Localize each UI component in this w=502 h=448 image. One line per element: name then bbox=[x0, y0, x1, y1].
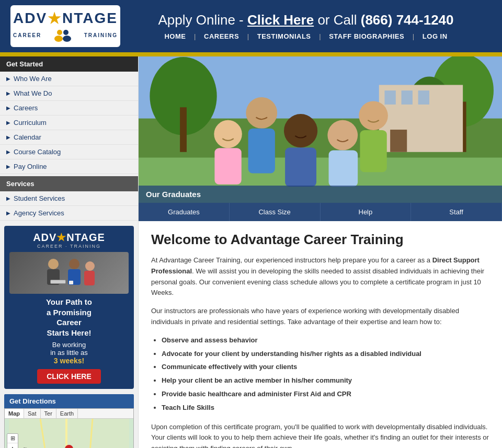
svg-rect-11 bbox=[51, 280, 65, 283]
list-item: Provide basic healthcare and administer … bbox=[162, 389, 489, 400]
nav-careers[interactable]: CAREERS bbox=[204, 32, 239, 40]
apply-link[interactable]: Click Here bbox=[247, 12, 314, 28]
svg-point-0 bbox=[57, 30, 62, 35]
intro-paragraph-2: Our instructors are professionals who ha… bbox=[151, 306, 489, 328]
list-item: Teach Life Skills bbox=[162, 403, 489, 413]
sidebar-item-curriculum[interactable]: ▶ Curriculum bbox=[0, 116, 138, 130]
map-tab-earth[interactable]: Earth bbox=[56, 409, 78, 418]
main-content: Our Graduates Graduates Class Size Help … bbox=[139, 56, 502, 448]
map-tab-map[interactable]: Map bbox=[5, 409, 24, 418]
hero-overlay: Our Graduates bbox=[139, 186, 502, 203]
directions-box: Get Directions Map Sat Ter Earth ⊞ ▲ ◀ ▶ bbox=[4, 394, 134, 448]
sidebar-item-pay-online[interactable]: ▶ Pay Online bbox=[0, 159, 138, 174]
map-svg: May St Peter Foley Little League Field B… bbox=[5, 419, 133, 448]
arrow-icon: ▶ bbox=[6, 76, 10, 82]
header: ADV★NTAGE CAREER TRAINING Apply Online -… bbox=[0, 0, 502, 52]
arrow-icon: ▶ bbox=[6, 149, 10, 155]
svg-rect-51 bbox=[329, 151, 358, 187]
svg-rect-40 bbox=[390, 130, 407, 152]
nav-home[interactable]: HOME bbox=[164, 32, 186, 40]
svg-rect-45 bbox=[360, 130, 386, 172]
list-item: Communicate effectively with your client… bbox=[162, 362, 489, 373]
arrow-icon: ▶ bbox=[6, 210, 10, 216]
svg-rect-13 bbox=[9, 419, 129, 448]
svg-point-50 bbox=[327, 120, 358, 151]
welcome-title: Welcome to Advantage Career Training bbox=[151, 232, 489, 248]
sidebar-item-who-we-are[interactable]: ▶ Who We Are bbox=[0, 72, 138, 86]
svg-point-6 bbox=[69, 259, 79, 269]
svg-point-48 bbox=[284, 114, 317, 147]
svg-rect-12 bbox=[69, 281, 73, 284]
nav-staff[interactable]: STAFF BIOGRAPHIES bbox=[329, 32, 404, 40]
map-tab-sat[interactable]: Sat bbox=[24, 409, 41, 418]
svg-rect-38 bbox=[402, 90, 413, 105]
nav-testimonials[interactable]: TESTIMONIALS bbox=[257, 32, 311, 40]
hero-image: Our Graduates bbox=[139, 56, 502, 203]
nav-login[interactable]: LOG IN bbox=[423, 32, 448, 40]
directions-title: Get Directions bbox=[4, 394, 134, 408]
ad-box: ADV★NTAGE CAREER · TRAINING bbox=[4, 226, 134, 389]
arrow-icon: ▶ bbox=[6, 105, 10, 111]
body-content: Welcome to Advantage Career Training At … bbox=[139, 221, 502, 448]
header-right: Apply Online - Click Here or Call (866) … bbox=[120, 12, 492, 40]
sidebar-item-calendar[interactable]: ▶ Calendar bbox=[0, 130, 138, 145]
svg-point-44 bbox=[359, 101, 388, 130]
sidebar-item-careers[interactable]: ▶ Careers bbox=[0, 101, 138, 116]
tab-staff[interactable]: Staff bbox=[411, 203, 502, 221]
svg-point-2 bbox=[54, 36, 63, 42]
intro-paragraph: At Advantage Career Training, our experi… bbox=[151, 255, 489, 298]
ad-subtitle: CAREER · TRAINING bbox=[9, 244, 129, 249]
list-item: Advocate for your client by understandin… bbox=[162, 349, 489, 360]
map-tab-ter[interactable]: Ter bbox=[41, 409, 56, 418]
logo[interactable]: ADV★NTAGE CAREER TRAINING bbox=[10, 5, 120, 47]
map-zoom-box: ⊞ bbox=[7, 434, 18, 443]
svg-point-8 bbox=[85, 261, 95, 271]
svg-rect-9 bbox=[84, 271, 95, 285]
arrow-icon: ▶ bbox=[6, 164, 10, 169]
sidebar-item-what-we-do[interactable]: ▶ What We Do bbox=[0, 86, 138, 101]
main-layout: Get Started ▶ Who We Are ▶ What We Do ▶ … bbox=[0, 56, 502, 448]
nav-bar: HOME | CAREERS | TESTIMONIALS | STAFF BI… bbox=[120, 32, 492, 40]
apply-label: Apply Online - bbox=[158, 12, 247, 28]
sidebar-item-agency-services[interactable]: ▶ Agency Services bbox=[0, 206, 138, 221]
tab-class-size[interactable]: Class Size bbox=[230, 203, 321, 221]
get-started-title: Get Started bbox=[0, 56, 138, 72]
gold-bar bbox=[0, 52, 502, 56]
hero-label: Our Graduates bbox=[146, 190, 201, 199]
svg-rect-49 bbox=[285, 147, 316, 187]
svg-point-46 bbox=[214, 120, 242, 148]
list-item: Help your client be an active member in … bbox=[162, 375, 489, 386]
svg-rect-47 bbox=[214, 148, 241, 185]
sidebar: Get Started ▶ Who We Are ▶ What We Do ▶ … bbox=[0, 56, 139, 448]
map-placeholder: Map Sat Ter Earth ⊞ ▲ ◀ ▶ ▼ + bbox=[4, 408, 134, 448]
phone-number: (866) 744-1240 bbox=[361, 12, 454, 28]
sidebar-item-student-services[interactable]: ▶ Student Services bbox=[0, 191, 138, 206]
ad-weeks: 3 weeks! bbox=[54, 357, 84, 365]
ad-click-here-button[interactable]: CLICK HERE bbox=[37, 369, 101, 384]
arrow-icon: ▶ bbox=[6, 196, 10, 201]
map-navigation: ⊞ ▲ ◀ ▶ ▼ + − bbox=[7, 433, 18, 448]
tab-graduates[interactable]: Graduates bbox=[139, 203, 230, 221]
ad-logo: ADV★NTAGE bbox=[9, 231, 129, 244]
skills-list: Observe and assess behavior Advocate for… bbox=[162, 335, 489, 413]
ad-tagline: Your Path to a Promising Career Starts H… bbox=[9, 297, 129, 338]
svg-point-3 bbox=[63, 36, 71, 42]
map-pan-up[interactable]: ▲ bbox=[7, 443, 18, 448]
svg-rect-37 bbox=[384, 90, 395, 105]
sidebar-item-course-catalog[interactable]: ▶ Course Catalog bbox=[0, 145, 138, 159]
tab-help[interactable]: Help bbox=[321, 203, 412, 221]
map-tabs: Map Sat Ter Earth bbox=[5, 409, 133, 419]
svg-rect-39 bbox=[418, 90, 429, 105]
services-title: Services bbox=[0, 176, 138, 191]
ad-sub: Be working in as little as 3 weeks! bbox=[9, 341, 129, 365]
closing-paragraph: Upon completion of this certificate prog… bbox=[151, 422, 489, 448]
apply-banner: Apply Online - Click Here or Call (866) … bbox=[120, 12, 492, 28]
list-item: Observe and assess behavior bbox=[162, 335, 489, 346]
arrow-icon: ▶ bbox=[6, 120, 10, 125]
arrow-icon: ▶ bbox=[6, 134, 10, 140]
svg-point-1 bbox=[63, 30, 69, 35]
svg-point-42 bbox=[246, 97, 277, 129]
ad-image bbox=[9, 252, 129, 294]
svg-rect-43 bbox=[248, 129, 275, 174]
svg-point-4 bbox=[48, 259, 59, 269]
